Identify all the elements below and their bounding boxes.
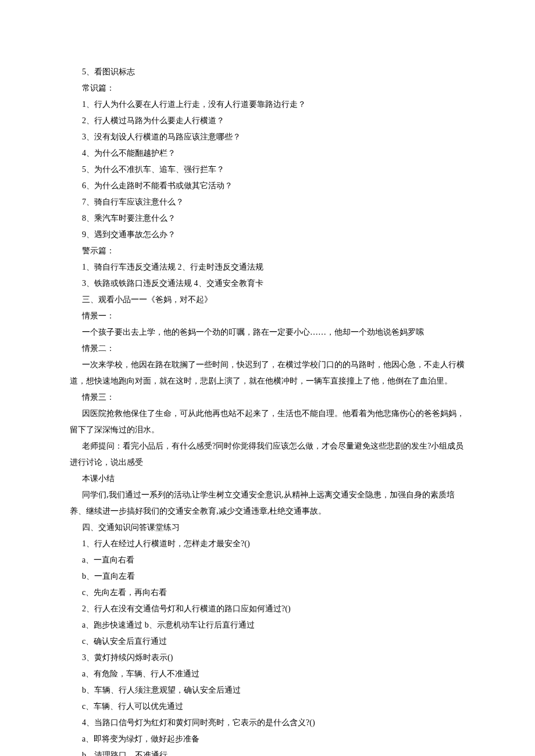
text-line: 因医院抢救他保住了生命，可从此他再也站不起来了，生活也不能自理。他看着为他悲痛伤… [70,406,465,438]
text-line: 警示篇： [70,243,465,259]
text-line: b、一直向左看 [70,568,465,585]
text-line: 7、骑自行车应该注意什么？ [70,194,465,210]
text-line: a、一直向右看 [70,552,465,568]
document-body: 5、看图识标志常识篇：1、行人为什么要在人行道上行走，没有人行道要靠路边行走？2… [70,64,465,756]
text-line: 本课小结 [70,471,465,487]
text-line: 1、行人在经过人行横道时，怎样走才最安全?() [70,536,465,552]
text-line: c、确认安全后直行通过 [70,633,465,650]
text-line: 3、铁路或铁路口违反交通法规 4、交通安全教育卡 [70,275,465,292]
text-line: 三、观看小品一一《爸妈，对不起》 [70,292,465,308]
text-line: 情景一： [70,308,465,324]
text-line: a、跑步快速通过 b、示意机动车让行后直行通过 [70,617,465,633]
text-line: 3、没有划设人行横道的马路应该注意哪些？ [70,129,465,145]
text-line: 2、行人横过马路为什么要走人行横道？ [70,113,465,129]
text-line: 同学们,我们通过一系列的活动,让学生树立交通安全意识,从精神上远离交通安全隐患，… [70,487,465,519]
text-line: 情景三： [70,389,465,406]
text-line: 一个孩子要出去上学，他的爸妈一个劲的叮嘱，路在一定要小心……，他却一个劲地说爸妈… [70,324,465,341]
text-line: c、车辆、行人可以优先通过 [70,698,465,715]
text-line: 老师提问：看完小品后，有什么感受?同时你觉得我们应该怎么做，才会尽量避免这些悲剧… [70,438,465,471]
text-line: 1、骑自行车违反交通法规 2、行走时违反交通法规 [70,259,465,275]
text-line: b、清理路口，不准通行 [70,747,465,756]
text-line: 5、看图识标志 [70,64,465,80]
text-line: b、车辆、行人须注意观望，确认安全后通过 [70,682,465,698]
text-line: a、即将变为绿灯，做好起步准备 [70,731,465,747]
text-line: 4、为什么不能翻越护栏？ [70,145,465,162]
text-line: a、有危险，车辆、行人不准通过 [70,666,465,682]
text-line: 4、当路口信号灯为红灯和黄灯同时亮时，它表示的是什么含义?() [70,715,465,731]
text-line: 四、交通知识问答课堂练习 [70,519,465,536]
text-line: 情景二： [70,341,465,357]
text-line: 6、为什么走路时不能看书或做其它活动？ [70,178,465,194]
text-line: 2、行人在没有交通信号灯和人行横道的路口应如何通过?() [70,601,465,617]
text-line: 8、乘汽车时要注意什么？ [70,210,465,227]
text-line: 1、行人为什么要在人行道上行走，没有人行道要靠路边行走？ [70,96,465,113]
text-line: 一次来学校，他因在路在耽搁了一些时间，快迟到了，在横过学校门口的的马路时，他因心… [70,357,465,389]
text-line: 3、黄灯持续闪烁时表示() [70,650,465,666]
text-line: 常识篇： [70,80,465,96]
text-line: 5、为什么不准扒车、追车、强行拦车？ [70,162,465,178]
text-line: c、先向左看，再向右看 [70,585,465,601]
text-line: 9、遇到交通事故怎么办？ [70,227,465,243]
